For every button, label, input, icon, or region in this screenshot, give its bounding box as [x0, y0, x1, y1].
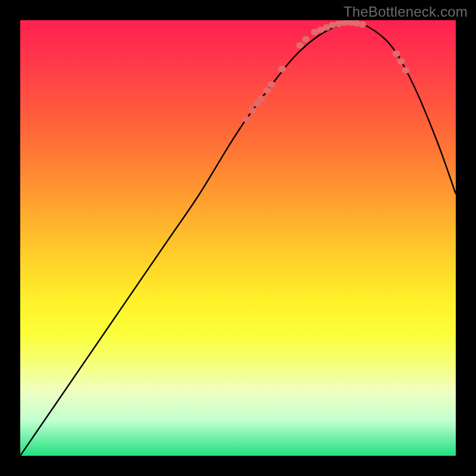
data-point — [243, 116, 250, 123]
data-point — [359, 21, 367, 28]
chart-svg — [20, 20, 456, 456]
data-point — [249, 108, 256, 114]
data-points — [243, 20, 410, 123]
data-point — [302, 36, 310, 43]
data-point — [264, 87, 271, 94]
data-point — [278, 66, 286, 73]
bottleneck-curve — [20, 21, 456, 456]
data-point — [268, 82, 275, 88]
data-point — [397, 58, 405, 65]
data-point — [258, 96, 265, 102]
data-point — [393, 51, 400, 57]
data-point — [296, 42, 304, 49]
watermark-text: TheBottleneck.com — [343, 4, 468, 20]
plot-area — [20, 20, 456, 456]
data-point — [402, 67, 410, 74]
